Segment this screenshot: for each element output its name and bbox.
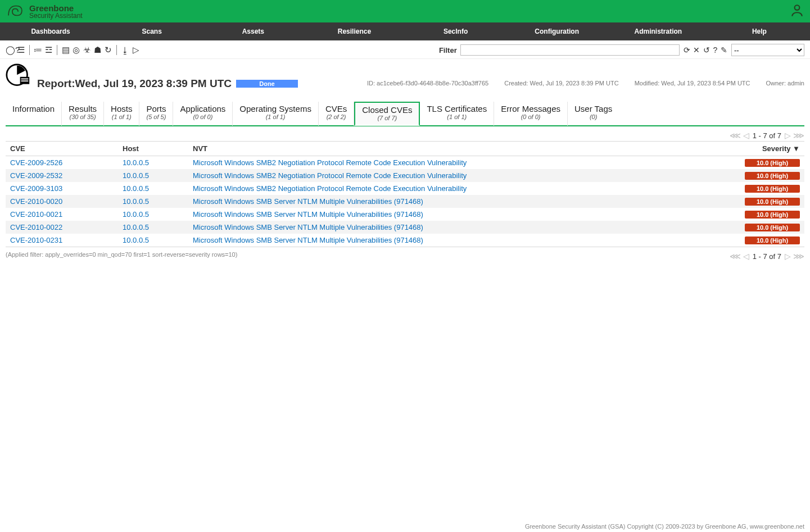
filter-zone: Filter ⟳ ✕ ↺ ? ✎ -- <box>439 44 804 56</box>
brand[interactable]: Greenbone Security Assistant <box>6 1 83 22</box>
page-title: Report:Wed, Jul 19, 2023 8:39 PM UTC <box>37 78 232 90</box>
cve-link[interactable]: CVE-2010-0231 <box>10 236 62 244</box>
page-last-icon[interactable]: ⋙ <box>793 131 804 140</box>
tab-applications[interactable]: Applications(0 of 0) <box>173 102 233 126</box>
tab-closed-cves[interactable]: Closed CVEs(7 of 7) <box>354 102 420 126</box>
help-icon[interactable]: ◯? <box>6 45 15 55</box>
nvt-link[interactable]: Microsoft Windows SMB Server NTLM Multip… <box>193 197 423 206</box>
col-host[interactable]: Host <box>118 142 188 156</box>
nvt-link[interactable]: Microsoft Windows SMB Server NTLM Multip… <box>193 210 423 219</box>
refresh-icon[interactable]: ↻ <box>103 45 113 55</box>
nav-configuration[interactable]: Configuration <box>506 22 608 40</box>
host-link[interactable]: 10.0.0.5 <box>123 223 149 231</box>
tab-results[interactable]: Results(30 of 35) <box>62 102 104 126</box>
filter-apply-icon[interactable]: ⟳ <box>684 46 690 54</box>
table-row: CVE-2009-253210.0.0.5Microsoft Windows S… <box>6 169 804 182</box>
page-next-icon[interactable]: ▷ <box>785 131 791 140</box>
svg-point-0 <box>795 5 800 10</box>
tab-hosts[interactable]: Hosts(1 of 1) <box>104 102 139 126</box>
filter-help-icon[interactable]: ? <box>713 46 718 54</box>
nvt-link[interactable]: Microsoft Windows SMB Server NTLM Multip… <box>193 236 423 244</box>
filter-edit-icon[interactable]: ✎ <box>721 46 727 54</box>
tab-tls-certificates[interactable]: TLS Certificates(1 of 1) <box>420 102 494 126</box>
tab-cves[interactable]: CVEs(2 of 2) <box>319 102 354 126</box>
severity-badge: 10.0 (High) <box>745 198 800 206</box>
nav-administration[interactable]: Administration <box>608 22 709 40</box>
user-icon[interactable] <box>790 3 804 20</box>
severity-badge: 10.0 (High) <box>745 237 800 244</box>
cve-link[interactable]: CVE-2010-0020 <box>10 197 62 206</box>
nav-help[interactable]: Help <box>709 22 810 40</box>
nav-secinfo[interactable]: SecInfo <box>405 22 506 40</box>
table-row: CVE-2010-002110.0.0.5Microsoft Windows S… <box>6 208 804 221</box>
nvt-link[interactable]: Microsoft Windows SMB2 Negotiation Proto… <box>193 184 467 193</box>
table-row: CVE-2010-023110.0.0.5Microsoft Windows S… <box>6 234 804 247</box>
col-cve[interactable]: CVE <box>6 142 118 156</box>
report-header: Report:Wed, Jul 19, 2023 8:39 PM UTC Don… <box>0 59 810 91</box>
filter-input[interactable] <box>460 44 680 56</box>
host-link[interactable]: 10.0.0.5 <box>123 171 149 180</box>
host-link[interactable]: 10.0.0.5 <box>123 184 149 193</box>
host-link[interactable]: 10.0.0.5 <box>123 158 149 167</box>
col-severity[interactable]: Severity ▼ <box>737 142 804 156</box>
filter-select[interactable]: -- <box>731 44 804 56</box>
topbar: Greenbone Security Assistant <box>0 0 810 22</box>
download-icon[interactable]: ⭳ <box>120 46 130 55</box>
svg-rect-4 <box>21 80 29 81</box>
severity-badge: 10.0 (High) <box>745 185 800 193</box>
add-list-icon[interactable]: ≔ <box>33 45 43 55</box>
list-icon[interactable]: ☰ <box>16 45 26 55</box>
host-link[interactable]: 10.0.0.5 <box>123 236 149 244</box>
nav-scans[interactable]: Scans <box>101 22 202 40</box>
nvt-link[interactable]: Microsoft Windows SMB Server NTLM Multip… <box>193 223 423 231</box>
page-first-icon[interactable]: ⋘ <box>730 131 741 140</box>
table-row: CVE-2010-002010.0.0.5Microsoft Windows S… <box>6 195 804 208</box>
status-badge: Done <box>236 80 298 88</box>
host-link[interactable]: 10.0.0.5 <box>123 210 149 219</box>
cve-link[interactable]: CVE-2009-2526 <box>10 158 62 167</box>
filter-clear-icon[interactable]: ✕ <box>693 46 700 54</box>
severity-badge: 10.0 (High) <box>745 211 800 219</box>
shield-icon[interactable]: ☗ <box>93 45 102 55</box>
globe-icon[interactable]: ◎ <box>71 45 81 55</box>
table-row: CVE-2009-252610.0.0.5Microsoft Windows S… <box>6 156 804 170</box>
cve-link[interactable]: CVE-2009-2532 <box>10 171 62 180</box>
toolbar: ◯? ☰ ≔ ☲ ▤ ◎ ☣ ☗ ↻ ⭳ ▷ Filter ⟳ ✕ ↺ ? ✎ … <box>0 40 810 59</box>
nav-resilience[interactable]: Resilience <box>304 22 405 40</box>
tab-user-tags[interactable]: User Tags(0) <box>568 102 619 126</box>
tab-error-messages[interactable]: Error Messages(0 of 0) <box>494 102 568 126</box>
applied-filter: (Applied filter: apply_overrides=0 min_q… <box>0 249 724 260</box>
cve-link[interactable]: CVE-2010-0021 <box>10 210 62 219</box>
pager-text: 1 - 7 of 7 <box>753 252 781 261</box>
severity-badge: 10.0 (High) <box>745 172 800 180</box>
cve-link[interactable]: CVE-2009-3103 <box>10 184 62 193</box>
page-prev-icon[interactable]: ◁ <box>743 252 749 261</box>
nav-dashboards[interactable]: Dashboards <box>0 22 101 40</box>
page-last-icon[interactable]: ⋙ <box>793 252 804 261</box>
host-link[interactable]: 10.0.0.5 <box>123 197 149 206</box>
tab-ports[interactable]: Ports(5 of 5) <box>139 102 173 126</box>
run-icon[interactable]: ▷ <box>131 45 141 55</box>
tab-operating-systems[interactable]: Operating Systems(1 of 1) <box>233 102 319 126</box>
main-nav: DashboardsScansAssetsResilienceSecInfoCo… <box>0 22 810 40</box>
pager-top: ⋘ ◁ 1 - 7 of 7 ▷ ⋙ <box>0 126 810 141</box>
filter-list-icon[interactable]: ▤ <box>61 45 70 55</box>
pager-text: 1 - 7 of 7 <box>753 131 781 140</box>
brand-text: Greenbone Security Assistant <box>29 4 83 19</box>
list2-icon[interactable]: ☲ <box>44 45 53 55</box>
tab-information[interactable]: Information <box>6 102 62 126</box>
report-icon <box>6 63 30 90</box>
page-next-icon[interactable]: ▷ <box>785 252 791 261</box>
nvt-link[interactable]: Microsoft Windows SMB2 Negotiation Proto… <box>193 158 467 167</box>
greenbone-logo-icon <box>6 1 25 22</box>
nvt-link[interactable]: Microsoft Windows SMB2 Negotiation Proto… <box>193 171 467 180</box>
svg-rect-3 <box>21 79 29 80</box>
col-nvt[interactable]: NVT <box>188 142 737 156</box>
report-meta: ID: ac1cebe6-f3d0-4648-8b8e-70c30a3ff765… <box>367 80 804 88</box>
cve-link[interactable]: CVE-2010-0022 <box>10 223 62 231</box>
page-first-icon[interactable]: ⋘ <box>730 252 741 261</box>
biohazard-icon[interactable]: ☣ <box>82 45 92 55</box>
page-prev-icon[interactable]: ◁ <box>743 131 749 140</box>
filter-reset-icon[interactable]: ↺ <box>703 46 710 54</box>
nav-assets[interactable]: Assets <box>202 22 304 40</box>
